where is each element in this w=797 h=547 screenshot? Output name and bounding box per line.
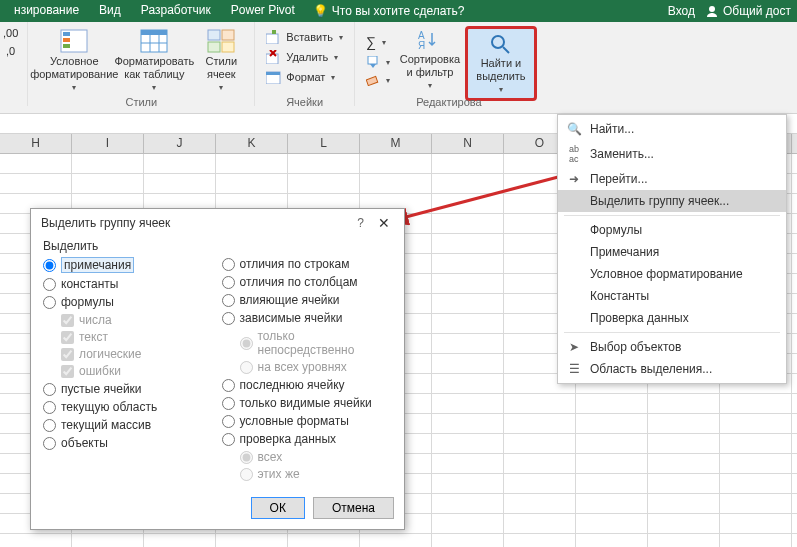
opt-same: этих же bbox=[240, 467, 393, 481]
menu-separator bbox=[564, 215, 780, 216]
chevron-down-icon: ▾ bbox=[152, 81, 156, 94]
svg-rect-13 bbox=[222, 42, 234, 52]
chevron-down-icon: ▾ bbox=[428, 79, 432, 92]
tell-me-search[interactable]: 💡 Что вы хотите сделать? bbox=[305, 0, 473, 22]
clear-button[interactable]: ▾ bbox=[361, 72, 395, 88]
tab-developer[interactable]: Разработчик bbox=[131, 0, 221, 22]
magnifier-icon: 🔍 bbox=[566, 122, 582, 136]
opt-col-diffs[interactable]: отличия по столбцам bbox=[222, 275, 393, 289]
opt-current-region[interactable]: текущую область bbox=[43, 400, 214, 414]
opt-visible-only[interactable]: только видимые ячейки bbox=[222, 396, 393, 410]
svg-rect-21 bbox=[368, 56, 377, 64]
svg-rect-11 bbox=[222, 30, 234, 40]
menu-separator bbox=[564, 332, 780, 333]
format-as-table-button[interactable]: Форматировать как таблицу ▾ bbox=[114, 26, 194, 97]
cursor-icon: ➤ bbox=[566, 340, 582, 354]
ok-button[interactable]: ОК bbox=[251, 497, 305, 519]
magnifier-icon bbox=[489, 33, 513, 55]
decimal-increase-button[interactable]: ,00 bbox=[0, 26, 21, 40]
menu-find[interactable]: 🔍 Найти... bbox=[558, 118, 786, 140]
delete-cells-button[interactable]: Удалить ▾ bbox=[261, 48, 348, 66]
opt-text: текст bbox=[61, 330, 214, 344]
eraser-icon bbox=[366, 74, 380, 86]
ribbon-panel: ,00 ,0 Условное форматирование ▾ Формати… bbox=[0, 22, 797, 114]
sort-filter-button[interactable]: AЯ Сортировка и фильтр ▾ bbox=[395, 26, 465, 95]
menu-goto[interactable]: ➜ Перейти... bbox=[558, 168, 786, 190]
svg-text:Я: Я bbox=[418, 40, 425, 51]
svg-rect-3 bbox=[63, 38, 70, 42]
cancel-button[interactable]: Отмена bbox=[313, 497, 394, 519]
styles-group: Условное форматирование ▾ Форматировать … bbox=[28, 22, 255, 106]
opt-errors: ошибки bbox=[61, 364, 214, 378]
format-cells-button[interactable]: Формат ▾ bbox=[261, 68, 348, 86]
col-header[interactable]: L bbox=[288, 134, 360, 153]
opt-current-array[interactable]: текущий массив bbox=[43, 418, 214, 432]
opt-numbers: числа bbox=[61, 313, 214, 327]
goto-icon: ➜ bbox=[566, 172, 582, 186]
goto-special-dialog: Выделить группу ячеек ? ✕ Выделить приме… bbox=[30, 208, 405, 530]
svg-rect-12 bbox=[208, 42, 220, 52]
conditional-formatting-button[interactable]: Условное форматирование ▾ bbox=[34, 26, 114, 97]
opt-last-cell[interactable]: последнюю ячейку bbox=[222, 378, 393, 392]
menu-comments[interactable]: Примечания bbox=[558, 241, 786, 263]
opt-row-diffs[interactable]: отличия по строкам bbox=[222, 257, 393, 271]
chevron-down-icon: ▾ bbox=[339, 33, 343, 42]
chevron-down-icon: ▾ bbox=[334, 53, 338, 62]
tell-me-label: Что вы хотите сделать? bbox=[332, 4, 465, 18]
styles-group-label: Стили bbox=[28, 96, 254, 108]
dialog-close-button[interactable]: ✕ bbox=[372, 215, 396, 231]
menu-goto-special[interactable]: Выделить группу ячеек... bbox=[558, 190, 786, 212]
share-button[interactable]: Общий дост bbox=[705, 4, 791, 18]
format-icon bbox=[266, 70, 282, 84]
opt-validation[interactable]: проверка данных bbox=[222, 432, 393, 446]
editing-group-label: Редактирова bbox=[355, 96, 543, 108]
menu-cond-fmt[interactable]: Условное форматирование bbox=[558, 263, 786, 285]
col-header[interactable]: J bbox=[144, 134, 216, 153]
insert-cells-button[interactable]: Вставить ▾ bbox=[261, 28, 348, 46]
ribbon-tabs-bar: нзирование Вид Разработчик Power Pivot 💡… bbox=[0, 0, 797, 22]
find-select-button[interactable]: Найти и выделить ▾ bbox=[465, 26, 537, 101]
svg-point-0 bbox=[709, 6, 715, 12]
opt-all: всех bbox=[240, 450, 393, 464]
lightbulb-icon: 💡 bbox=[313, 4, 328, 18]
menu-constants[interactable]: Константы bbox=[558, 285, 786, 307]
opt-precedents[interactable]: влияющие ячейки bbox=[222, 293, 393, 307]
opt-objects[interactable]: объекты bbox=[43, 436, 214, 450]
cell-styles-button[interactable]: Стили ячеек ▾ bbox=[194, 26, 248, 97]
chevron-down-icon: ▾ bbox=[499, 83, 503, 96]
col-header[interactable]: N bbox=[432, 134, 504, 153]
col-header[interactable]: H bbox=[0, 134, 72, 153]
col-header[interactable]: I bbox=[72, 134, 144, 153]
tab-powerpivot[interactable]: Power Pivot bbox=[221, 0, 305, 22]
autosum-button[interactable]: ∑▾ bbox=[361, 32, 395, 52]
menu-validation[interactable]: Проверка данных bbox=[558, 307, 786, 329]
opt-constants[interactable]: константы bbox=[43, 277, 214, 291]
cells-group-label: Ячейки bbox=[255, 96, 354, 108]
find-select-menu: 🔍 Найти... abac Заменить... ➜ Перейти...… bbox=[557, 114, 787, 384]
chevron-down-icon: ▾ bbox=[331, 73, 335, 82]
decimal-decrease-button[interactable]: ,0 bbox=[3, 44, 18, 58]
tab-view[interactable]: Вид bbox=[89, 0, 131, 22]
opt-dependents[interactable]: зависимые ячейки bbox=[222, 311, 393, 325]
editing-group: ∑▾ ▾ ▾ AЯ Сортировка и фильтр ▾ Найти и … bbox=[355, 22, 543, 106]
opt-blanks[interactable]: пустые ячейки bbox=[43, 382, 214, 396]
col-header[interactable]: K bbox=[216, 134, 288, 153]
svg-rect-2 bbox=[63, 32, 70, 36]
replace-icon: abac bbox=[566, 144, 582, 164]
table-icon bbox=[140, 29, 168, 53]
menu-select-objects[interactable]: ➤ Выбор объектов bbox=[558, 336, 786, 358]
menu-formulas[interactable]: Формулы bbox=[558, 219, 786, 241]
opt-cond-fmt[interactable]: условные форматы bbox=[222, 414, 393, 428]
opt-comments[interactable]: примечания bbox=[43, 257, 214, 273]
col-header[interactable]: M bbox=[360, 134, 432, 153]
opt-logical: логические bbox=[61, 347, 214, 361]
opt-formulas[interactable]: формулы bbox=[43, 295, 214, 309]
tab-review[interactable]: нзирование bbox=[4, 0, 89, 22]
sign-in-link[interactable]: Вход bbox=[668, 4, 695, 18]
menu-selection-pane[interactable]: ☰ Область выделения... bbox=[558, 358, 786, 380]
menu-replace[interactable]: abac Заменить... bbox=[558, 140, 786, 168]
dialog-help-button[interactable]: ? bbox=[349, 216, 372, 230]
opt-all-levels: на всех уровнях bbox=[240, 360, 393, 374]
svg-line-26 bbox=[503, 47, 509, 53]
fill-button[interactable]: ▾ bbox=[361, 54, 395, 70]
